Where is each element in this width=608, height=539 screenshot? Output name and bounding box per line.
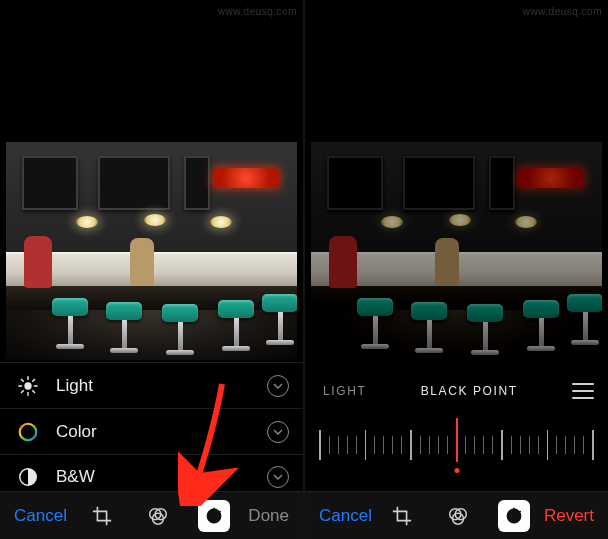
neon-sign — [213, 168, 279, 188]
photo-preview[interactable] — [6, 142, 297, 360]
svg-point-9 — [20, 423, 37, 440]
svg-line-7 — [21, 390, 23, 392]
crop-tool-button[interactable] — [86, 500, 118, 532]
person — [329, 236, 357, 288]
person — [435, 238, 459, 286]
adjustment-label: Color — [56, 422, 267, 442]
adjustment-dial[interactable] — [319, 418, 594, 478]
bw-icon — [16, 465, 40, 489]
light-icon — [16, 374, 40, 398]
chevron-down-icon — [267, 421, 289, 443]
chevron-down-icon — [267, 466, 289, 488]
adjustment-label: Light — [56, 376, 267, 396]
watermark: www.deusq.com — [218, 6, 297, 17]
person — [24, 236, 52, 288]
adjustment-row-color[interactable]: Color — [0, 408, 303, 454]
editor-screen-adjust-categories: www.deusq.com — [0, 0, 303, 539]
dial-cursor — [456, 418, 458, 462]
adjust-tool-button[interactable] — [498, 500, 530, 532]
person — [130, 238, 154, 286]
chevron-down-icon — [267, 375, 289, 397]
adjustment-row-light[interactable]: Light — [0, 362, 303, 408]
slider-current-label: BLACK POINT — [421, 384, 518, 398]
list-icon[interactable] — [572, 383, 594, 399]
svg-point-0 — [24, 382, 31, 389]
cancel-button[interactable]: Cancel — [10, 502, 71, 530]
svg-point-22 — [512, 514, 516, 518]
svg-line-5 — [21, 379, 23, 381]
filters-tool-button[interactable] — [142, 500, 174, 532]
revert-button[interactable]: Revert — [540, 502, 598, 530]
watermark: www.deusq.com — [523, 6, 602, 17]
photo-preview[interactable] — [311, 142, 602, 360]
crop-tool-button[interactable] — [386, 500, 418, 532]
svg-line-8 — [33, 379, 35, 381]
adjustment-category-list: Light Color B&W — [0, 362, 303, 500]
edit-toolbar: Cancel Done — [0, 491, 303, 539]
done-button[interactable]: Done — [244, 502, 293, 530]
slider-prev-label[interactable]: LIGHT — [323, 384, 366, 398]
neon-sign — [518, 168, 584, 188]
adjustment-slider-area: LIGHT BLACK POINT — [305, 368, 608, 491]
color-icon — [16, 420, 40, 444]
adjustment-label: B&W — [56, 467, 267, 487]
editor-screen-blackpoint-slider: www.deusq.com LIGHT BLACK POINT — [305, 0, 608, 539]
dial-center-dot — [454, 468, 459, 473]
svg-line-6 — [33, 390, 35, 392]
svg-point-15 — [212, 514, 216, 518]
cancel-button[interactable]: Cancel — [315, 502, 376, 530]
edit-toolbar: Cancel Revert — [305, 491, 608, 539]
adjust-tool-button[interactable] — [198, 500, 230, 532]
filters-tool-button[interactable] — [442, 500, 474, 532]
